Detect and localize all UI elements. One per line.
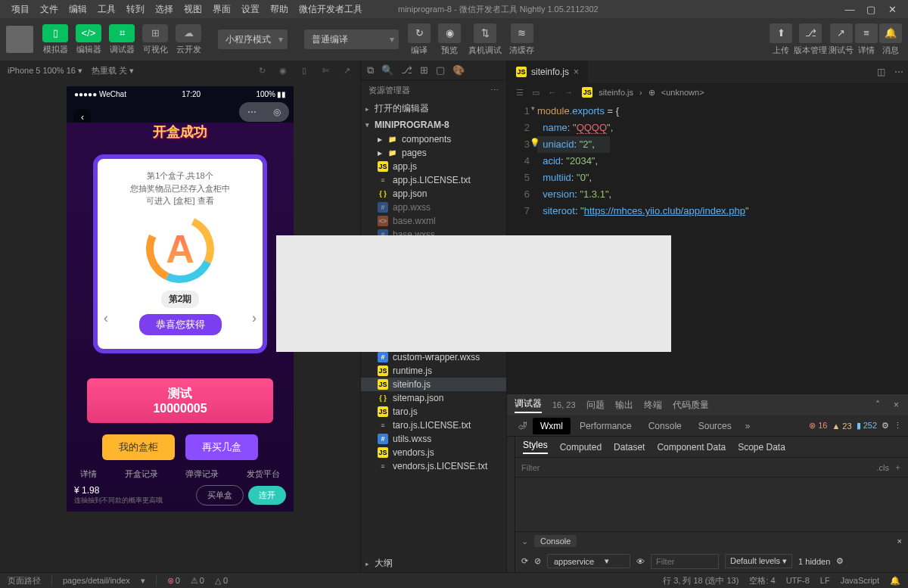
file-item[interactable]: ≡taro.js.LICENSE.txt (361, 418, 506, 432)
phone-tab[interactable]: 详情 (80, 468, 97, 480)
stop-icon[interactable]: ⊘ (534, 556, 541, 566)
maximize-button[interactable]: ▢ (866, 4, 876, 14)
simulator-toggle[interactable]: ▯模拟器 (39, 24, 71, 55)
cls-toggle[interactable]: .cls (872, 463, 894, 472)
search-icon[interactable]: 🔍 (381, 64, 393, 76)
warn-count[interactable]: 0 (191, 576, 204, 586)
menu-item[interactable]: 转到 (121, 4, 150, 14)
phone-tab[interactable]: 弹弹记录 (185, 468, 219, 480)
editor-toggle[interactable]: </>编辑器 (73, 24, 104, 55)
hot-reload[interactable]: 热重载 关 ▾ (92, 65, 134, 76)
context-select[interactable]: appservice▾ (547, 554, 630, 568)
bell-icon[interactable]: 🔔 (890, 576, 900, 586)
folder-icon[interactable]: ▢ (436, 64, 445, 76)
capsule-menu[interactable]: ⋯◎ (239, 102, 289, 122)
menu-item[interactable]: 编辑 (64, 4, 92, 14)
editor-tab[interactable]: JS siteinfo.js × (507, 61, 589, 83)
popup-icon[interactable]: ↗ (340, 64, 353, 76)
menu-item[interactable]: 项目 (6, 4, 35, 14)
phone-tabs[interactable]: 详情开盒记录弹弹记录发货平台 (67, 468, 294, 480)
message-button[interactable]: 🔔消息 (879, 23, 902, 56)
add-rule-icon[interactable]: ＋ (894, 462, 902, 473)
file-item[interactable]: ≡app.js.LICENSE.txt (361, 173, 506, 187)
list-icon[interactable]: ☰ (513, 88, 527, 97)
encoding[interactable]: UTF-8 (786, 576, 810, 585)
phone-tab[interactable]: 开盒记录 (125, 468, 158, 480)
styles-filter-input[interactable] (521, 463, 872, 472)
compile-select[interactable]: 普通编译 (304, 30, 399, 49)
forward-icon[interactable]: → (561, 88, 576, 97)
computed-tab[interactable]: Computed (560, 442, 602, 453)
dt-tab-debugger[interactable]: 调试器 (515, 397, 542, 413)
buy-single-button[interactable]: 买单盒 (196, 485, 244, 506)
file-item[interactable]: { }app.json (361, 187, 506, 201)
lang-mode[interactable]: JavaScript (841, 576, 879, 585)
menu-item[interactable]: 视图 (179, 4, 207, 14)
file-item[interactable]: JSsiteinfo.js (361, 378, 506, 391)
gear-icon[interactable]: ⚙ (836, 556, 844, 566)
kebab-icon[interactable]: ⋮ (894, 421, 902, 431)
scopedata-tab[interactable]: Scope Data (738, 442, 785, 453)
avatar[interactable] (6, 26, 33, 53)
viz-toggle[interactable]: ⊞可视化 (139, 24, 171, 55)
minimize-button[interactable]: — (844, 4, 855, 14)
refresh-icon[interactable]: ↻ (256, 64, 268, 76)
next-arrow-icon[interactable]: › (252, 310, 257, 326)
files-icon[interactable]: ⧉ (367, 64, 374, 76)
open-multi-button[interactable]: 连开 (248, 486, 286, 505)
compdata-tab[interactable]: Component Data (657, 442, 726, 453)
close-tab-icon[interactable]: × (574, 67, 579, 77)
back-icon[interactable]: ← (545, 88, 559, 97)
gear-icon[interactable]: ⚙ (882, 421, 889, 431)
outline-section[interactable]: ▸大纲 (361, 555, 506, 572)
menu-item[interactable]: 帮助 (265, 4, 294, 14)
ext-icon[interactable]: ⊞ (420, 64, 428, 76)
file-item[interactable]: JSruntime.js (361, 364, 506, 378)
inspect-icon[interactable]: ⮰ (513, 421, 531, 431)
file-item[interactable]: ≡vendors.js.LICENSE.txt (361, 459, 506, 473)
split-icon[interactable]: ◫ (872, 67, 890, 77)
cursor-pos[interactable]: 行 3, 列 18 (选中 13) (663, 575, 739, 586)
dataset-tab[interactable]: Dataset (614, 442, 645, 453)
folder-item[interactable]: ▸📁pages (361, 146, 506, 160)
project-section[interactable]: ▾MINIPROGRAM-8 (361, 117, 506, 132)
mode-select[interactable]: 小程序模式 (218, 30, 288, 49)
subtab-wxml[interactable]: Wxml (533, 418, 571, 434)
prev-arrow-icon[interactable]: ‹ (104, 310, 108, 326)
close-icon[interactable]: × (892, 400, 900, 410)
dt-tab-output[interactable]: 输出 (615, 399, 633, 412)
file-item[interactable]: JSvendors.js (361, 446, 506, 459)
version-button[interactable]: ⎇版本管理 (794, 23, 827, 56)
menu-item[interactable]: 设置 (236, 4, 265, 14)
file-item[interactable]: #custom-wrapper.wxss (361, 350, 506, 364)
file-item[interactable]: <>base.wxml (361, 214, 506, 228)
compile-button[interactable]: ↻编译 (405, 23, 434, 56)
dt-tab-problems[interactable]: 问题 (586, 399, 605, 412)
chevron-up-icon[interactable]: ˄ (874, 400, 882, 410)
phone-icon[interactable]: ▯ (298, 64, 310, 76)
overflow-icon[interactable]: » (741, 421, 755, 431)
cut-icon[interactable]: ✄ (319, 64, 331, 76)
cloud-toggle[interactable]: ☁云开发 (173, 24, 204, 55)
folder-item[interactable]: ▸📁components (361, 132, 506, 146)
subtab-perf[interactable]: Performance (572, 418, 639, 434)
file-item[interactable]: JSapp.js (361, 160, 506, 173)
close-button[interactable]: ✕ (887, 4, 897, 14)
more-icon[interactable]: ⋯ (490, 86, 499, 95)
record-icon[interactable]: ◉ (277, 64, 289, 76)
phone-preview[interactable]: ●●●●● WeChat 17:20 100% ▮▮ ‹ ⋯◎ 开盒成功 第1个… (67, 86, 294, 512)
test-id-button[interactable]: ↗测试号 (829, 23, 854, 56)
device-select[interactable]: iPhone 5 100% 16 ▾ (8, 66, 82, 76)
path-value[interactable]: pages/detail/index (63, 576, 130, 585)
upload-button[interactable]: ⬆上传 (770, 23, 792, 56)
my-box-button[interactable]: 我的盒柜 (102, 434, 175, 460)
lightbulb-icon[interactable]: 💡 (530, 138, 540, 148)
menu-item[interactable]: 微信开发者工具 (294, 4, 368, 14)
remote-debug-button[interactable]: ⇅真机调试 (465, 23, 505, 56)
error-count[interactable]: 0 (167, 576, 180, 586)
menu-item[interactable]: 选择 (150, 4, 179, 14)
file-item[interactable]: #app.wxss (361, 201, 506, 214)
menu-item[interactable]: 文件 (35, 4, 64, 14)
preview-button[interactable]: ◉预览 (435, 23, 464, 56)
menu-item[interactable]: 界面 (207, 4, 236, 14)
